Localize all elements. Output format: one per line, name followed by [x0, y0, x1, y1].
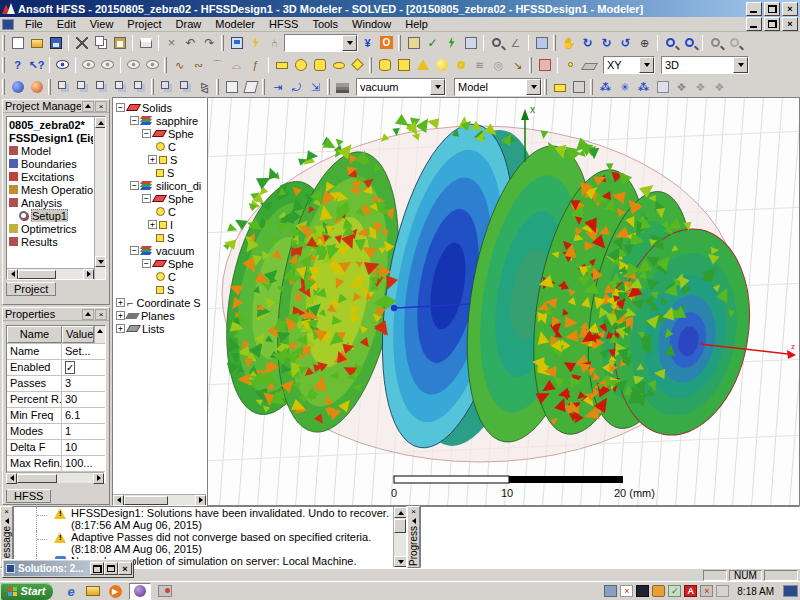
tree-item-project[interactable]: 0805_zebra02*: [9, 118, 93, 131]
open-button[interactable]: [27, 33, 46, 52]
tree-item-sphere[interactable]: −Sphe: [116, 127, 206, 140]
pin-button[interactable]: [82, 309, 94, 320]
scroll-right-button[interactable]: [195, 495, 206, 506]
close-icon[interactable]: ×: [411, 508, 416, 516]
pin-button[interactable]: [82, 101, 94, 112]
draw-arc-center-button[interactable]: ⌒: [208, 55, 227, 74]
toolbar-grip[interactable]: [216, 79, 219, 95]
help-topics-button[interactable]: ?: [8, 55, 27, 74]
close-icon[interactable]: ×: [4, 508, 9, 516]
cut-button[interactable]: [72, 33, 91, 52]
rotate-object-button[interactable]: ⤾: [287, 77, 306, 96]
combo-dropdown-button[interactable]: [342, 35, 357, 51]
media-player-icon[interactable]: ▶: [107, 584, 123, 599]
selection-combo[interactable]: [284, 34, 358, 52]
toolbar-grip[interactable]: [2, 35, 5, 51]
tree-item-setup1[interactable]: Setup1: [9, 209, 93, 222]
snap-grid-button[interactable]: ⁂: [634, 77, 653, 96]
scale-button[interactable]: ⇲: [306, 77, 325, 96]
menu-file[interactable]: File: [18, 17, 50, 31]
menu-view[interactable]: View: [83, 17, 121, 31]
tray-volume-icon[interactable]: [652, 585, 665, 597]
tab-hfss[interactable]: HFSS: [6, 489, 51, 503]
property-row-passes[interactable]: Passes3: [7, 376, 105, 392]
tray-printer-error-icon[interactable]: ×: [700, 585, 713, 597]
draw-equation-curve-button[interactable]: ƒ: [246, 55, 265, 74]
solutions-close-button[interactable]: ×: [118, 562, 132, 575]
property-row-max-refinement[interactable]: Max Refin...100...: [7, 456, 105, 472]
draw-spline-button[interactable]: ∾: [189, 55, 208, 74]
tray-display-icon[interactable]: [636, 585, 649, 597]
close-button[interactable]: ×: [782, 2, 798, 16]
rotate-center-button[interactable]: ↻: [578, 33, 597, 52]
show-desktop-icon[interactable]: [783, 585, 798, 597]
hfss-taskbar-button[interactable]: [129, 583, 151, 600]
restore-button[interactable]: [764, 2, 780, 16]
close-panel-button[interactable]: ×: [95, 101, 107, 112]
toolbar-grip[interactable]: [327, 79, 330, 95]
graphics-tool-icon[interactable]: [157, 584, 173, 599]
property-row-min-freq[interactable]: Min Freq6.1: [7, 408, 105, 424]
mdi-close-button[interactable]: ×: [782, 17, 798, 31]
context-help-button[interactable]: ↖?: [27, 55, 46, 74]
modeler-3d-viewport[interactable]: x z 0 10 20 (mm): [207, 97, 800, 506]
rotate-screen-button[interactable]: ↺: [616, 33, 635, 52]
collapse-icon[interactable]: −: [116, 103, 125, 112]
open-box-button[interactable]: [569, 77, 588, 96]
mirror-button[interactable]: ⧎: [195, 77, 214, 96]
toolbar-grip[interactable]: [398, 35, 401, 51]
validate-button[interactable]: [404, 33, 423, 52]
message-item[interactable]: HFSSDesign1: Solutions have been invalid…: [14, 507, 393, 531]
solid-box-button[interactable]: [550, 77, 569, 96]
model-type-combo[interactable]: Model: [454, 78, 542, 96]
drawing-plane-combo[interactable]: XY: [603, 56, 655, 74]
combo-dropdown-button[interactable]: [639, 57, 654, 73]
coordinate-entry-button[interactable]: ❖: [672, 77, 691, 96]
draw-arc-3point-button[interactable]: ⌓: [227, 55, 246, 74]
snap-center-button[interactable]: ✳: [615, 77, 634, 96]
project-tree-vscrollbar[interactable]: [94, 117, 105, 279]
scroll-thumb[interactable]: [17, 474, 57, 483]
draw-ellipse-button[interactable]: [329, 55, 348, 74]
scroll-left-button[interactable]: [113, 495, 124, 506]
tree-item-silicon-dioxide[interactable]: −silicon_di: [116, 179, 206, 192]
save-button[interactable]: [46, 33, 65, 52]
draw-line-button[interactable]: ∿: [170, 55, 189, 74]
collapse-icon[interactable]: −: [142, 129, 151, 138]
toolbar-grip[interactable]: [590, 79, 593, 95]
undo-button[interactable]: ↶: [181, 33, 200, 52]
zoom-in-rect-button[interactable]: [661, 33, 680, 52]
solutions-maximize-button[interactable]: [104, 562, 118, 575]
tree-item-planes[interactable]: +Planes: [116, 309, 206, 322]
tree-item-lists[interactable]: +Lists: [116, 322, 206, 335]
tray-printer-ok-icon[interactable]: ✓: [668, 585, 681, 597]
scroll-left-button[interactable]: [6, 473, 17, 484]
delete-button[interactable]: ×: [162, 33, 181, 52]
properties-vscrollbar[interactable]: [94, 326, 105, 343]
show-all-button[interactable]: [143, 55, 162, 74]
copy-image-button[interactable]: [532, 33, 551, 52]
tree-item-excitations[interactable]: Excitations: [9, 170, 93, 183]
units-button[interactable]: ❖: [691, 77, 710, 96]
menu-edit[interactable]: Edit: [50, 17, 83, 31]
solutions-minimized-window[interactable]: Solutions: 2... ×: [2, 559, 134, 578]
print-button[interactable]: [136, 33, 155, 52]
draw-cone-button[interactable]: [413, 55, 432, 74]
region-button[interactable]: [535, 55, 554, 74]
property-row-modes[interactable]: Modes1: [7, 424, 105, 440]
message-item[interactable]: Adaptive Passes did not converge based o…: [14, 531, 393, 555]
measure-button[interactable]: [653, 77, 672, 96]
menu-draw[interactable]: Draw: [169, 17, 209, 31]
material-ball2-button[interactable]: [27, 77, 46, 96]
scroll-down-button[interactable]: [394, 556, 407, 567]
mdi-child-icon[interactable]: [2, 19, 14, 30]
scroll-right-button[interactable]: [93, 473, 104, 484]
tree-item-create-sphere[interactable]: C: [116, 205, 206, 218]
scroll-thumb[interactable]: [394, 519, 406, 533]
combo-dropdown-button[interactable]: [430, 79, 445, 95]
separate-bodies-button[interactable]: [130, 77, 149, 96]
excitation-button[interactable]: [246, 33, 265, 52]
draw-rectangle-button[interactable]: [272, 55, 291, 74]
file-explorer-icon[interactable]: [85, 584, 101, 599]
collapse-icon[interactable]: −: [142, 259, 151, 268]
